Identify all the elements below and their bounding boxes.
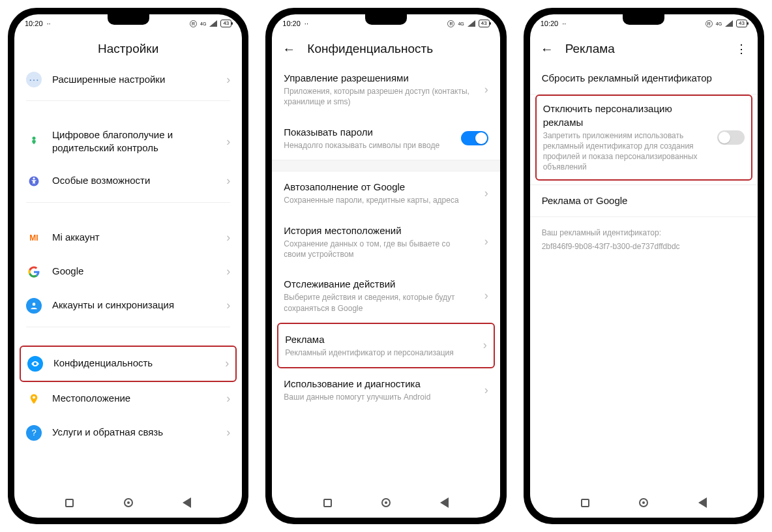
chevron-right-icon: › (226, 135, 230, 149)
svg-point-0 (33, 137, 36, 140)
google-logo-icon (26, 264, 42, 280)
row-permissions[interactable]: Управление разрешениями Приложения, кото… (272, 63, 499, 117)
ads-list: Сбросить рекламный идентификатор Отключи… (530, 63, 758, 490)
row-ads-highlighted[interactable]: Реклама Рекламный идентификатор и персон… (277, 323, 494, 368)
row-feedback[interactable]: ? Услуги и обратная связь › (14, 416, 242, 450)
phone-mock-1: 10:20 ·· R 4G 43 Настройки ⋯ Расширенные… (8, 8, 248, 524)
row-accessibility[interactable]: Особые возможности › (14, 164, 242, 198)
system-nav-bar (272, 490, 499, 518)
row-label: Реклама от Google (542, 194, 746, 207)
row-sub: Запретить приложениям использовать рекла… (543, 130, 707, 173)
system-nav-bar (14, 490, 242, 518)
row-label: Реклама (285, 333, 472, 346)
row-reset-ad-id[interactable]: Сбросить рекламный идентификатор (530, 63, 758, 94)
row-sub: Сохранение данных о том, где вы бываете … (284, 239, 473, 259)
chevron-right-icon: › (484, 383, 488, 397)
network-icon: 4G (716, 22, 722, 26)
notch (365, 14, 407, 25)
row-label: Цифровое благополучие и родительский кон… (52, 128, 216, 155)
toggle-disable-personalization[interactable] (717, 130, 745, 145)
chevron-right-icon: › (226, 174, 230, 188)
row-privacy-highlighted[interactable]: Конфиденциальность › (20, 346, 237, 382)
row-ads-by-google[interactable]: Реклама от Google (530, 185, 758, 216)
row-label: Отключить персонализацию рекламы (543, 102, 707, 129)
row-sub: Сохраненные пароли, кредитные карты, адр… (284, 195, 473, 205)
row-label: Отслеживание действий (284, 278, 473, 291)
battery-icon: 43 (220, 20, 231, 27)
home-button[interactable] (638, 497, 649, 509)
recent-apps-button[interactable] (580, 497, 591, 509)
recent-apps-button[interactable] (64, 497, 76, 509)
wellbeing-icon (26, 134, 42, 149)
row-autofill-google[interactable]: Автозаполнение от Google Сохраненные пар… (272, 171, 499, 214)
row-activity-tracking[interactable]: Отслеживание действий Выберите действия … (272, 269, 499, 323)
ad-id-label: Ваш рекламный идентификатор: (530, 217, 758, 239)
phone-mock-3: 10:20 ·· R 4G 43 ← Реклама ⋮ Сбросить ре… (524, 8, 764, 524)
page-header: Настройки (14, 33, 242, 63)
page-title: Настройки (98, 42, 158, 56)
back-button[interactable] (181, 497, 192, 509)
row-sub: Выберите действия и сведения, которые бу… (284, 292, 473, 313)
help-icon: ? (26, 425, 42, 441)
signal-icon (725, 20, 733, 27)
battery-icon: 43 (479, 20, 490, 27)
clock: 10:20 (541, 20, 559, 27)
chevron-right-icon: › (225, 357, 229, 370)
row-sub: Ненадолго показывать символы при вводе (284, 140, 450, 151)
home-button[interactable] (380, 497, 392, 509)
row-label: Услуги и обратная связь (52, 426, 216, 439)
signal-icon (209, 20, 217, 27)
privacy-list: Управление разрешениями Приложения, кото… (272, 63, 499, 490)
svg-point-3 (33, 303, 36, 306)
svg-point-2 (33, 177, 35, 179)
row-accounts-sync[interactable]: Аккаунты и синхронизация › (14, 289, 242, 323)
row-sub: Рекламный идентификатор и персонализация (285, 347, 472, 358)
row-label: Управление разрешениями (284, 72, 473, 85)
row-sub: Приложения, которым разрешен доступ (кон… (284, 86, 473, 107)
chevron-right-icon: › (484, 83, 488, 96)
back-arrow-icon[interactable]: ← (282, 42, 295, 55)
overflow-menu-icon[interactable]: ⋮ (735, 42, 747, 56)
ad-id-value: 2bf846f9-9b08-43f7-b300-de737dffdbdc (530, 239, 758, 252)
row-show-passwords[interactable]: Показывать пароли Ненадолго показывать с… (272, 117, 499, 160)
row-location-history[interactable]: История местоположений Сохранение данных… (272, 215, 499, 269)
row-label: Особые возможности (52, 174, 216, 187)
divider (26, 100, 230, 101)
battery-icon: 43 (736, 20, 747, 27)
page-header: ← Конфиденциальность (272, 33, 499, 63)
page-header: ← Реклама ⋮ (530, 33, 758, 63)
row-label: Показывать пароли (284, 126, 450, 139)
row-usage-diagnostics[interactable]: Использование и диагностика Ваши данные … (272, 368, 499, 411)
r-icon: R (705, 20, 713, 27)
row-disable-personalization-highlighted[interactable]: Отключить персонализацию рекламы Запрети… (535, 95, 752, 180)
row-location[interactable]: Местоположение › (14, 382, 242, 416)
chevron-right-icon: › (484, 186, 488, 200)
row-google[interactable]: Google › (14, 255, 242, 289)
location-pin-icon (26, 391, 42, 407)
status-dots: ·· (562, 20, 566, 27)
chevron-right-icon: › (226, 392, 230, 406)
row-label: Местоположение (52, 392, 216, 405)
screen: 10:20 ·· R 4G 43 ← Реклама ⋮ Сбросить ре… (530, 14, 758, 518)
accessibility-icon (26, 173, 42, 189)
recent-apps-button[interactable] (321, 497, 333, 509)
home-button[interactable] (123, 497, 134, 509)
chevron-right-icon: › (226, 299, 230, 312)
row-label: Аккаунты и синхронизация (52, 299, 216, 312)
row-sub: Ваши данные помогут улучшить Android (284, 392, 473, 402)
screen: 10:20 ·· R 4G 43 Настройки ⋯ Расширенные… (14, 14, 242, 518)
back-button[interactable] (696, 497, 708, 509)
row-mi-account[interactable]: MI Mi аккаунт › (14, 221, 242, 255)
row-digital-wellbeing[interactable]: Цифровое благополучие и родительский кон… (14, 119, 242, 164)
status-dots: ·· (47, 20, 51, 27)
divider (26, 327, 230, 327)
r-icon: R (190, 20, 197, 27)
row-advanced-settings[interactable]: ⋯ Расширенные настройки › (14, 63, 242, 96)
clock: 10:20 (25, 20, 43, 27)
chevron-right-icon: › (226, 426, 230, 439)
mi-logo-icon: MI (26, 230, 42, 246)
row-label: Сбросить рекламный идентификатор (542, 72, 746, 85)
back-button[interactable] (439, 497, 451, 509)
back-arrow-icon[interactable]: ← (541, 42, 554, 55)
toggle-show-passwords[interactable] (461, 131, 488, 145)
